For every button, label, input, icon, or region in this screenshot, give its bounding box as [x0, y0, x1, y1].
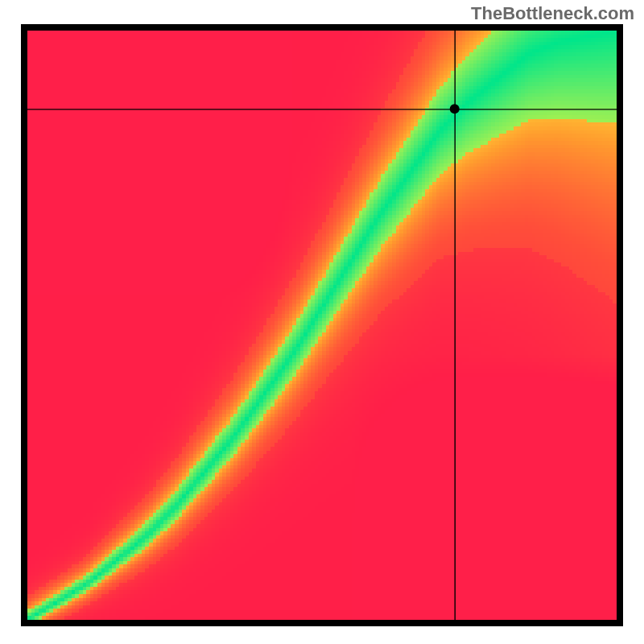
watermark-text: TheBottleneck.com	[471, 3, 634, 24]
plot-frame	[21, 24, 623, 626]
crosshair-overlay	[27, 31, 617, 620]
